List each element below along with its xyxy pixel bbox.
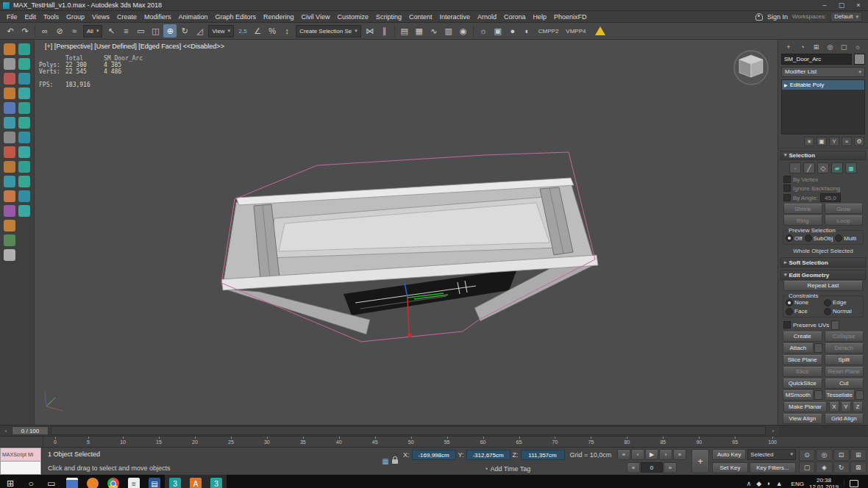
constraint-radio[interactable]: Normal [824, 308, 861, 315]
border-mode-icon[interactable]: ◇ [817, 162, 829, 173]
frame-tick[interactable]: 60 [480, 437, 486, 447]
bind-to-space-warp-icon[interactable]: ≈ [68, 24, 81, 37]
select-and-link-icon[interactable]: ∞ [38, 24, 51, 37]
frame-tick[interactable]: 40 [336, 437, 342, 447]
undo-icon[interactable]: ↶ [4, 24, 17, 37]
model-sm-door-arc[interactable] [221, 178, 598, 334]
sign-in-link[interactable]: Sign In [767, 13, 788, 21]
plugin-tool-icon[interactable] [4, 161, 15, 173]
remove-modifier-icon[interactable]: × [842, 137, 852, 146]
ignore-backfacing-checkbox[interactable] [783, 184, 791, 192]
plugin-tool-icon[interactable] [18, 43, 30, 55]
plugin-tool-icon[interactable] [4, 102, 15, 114]
ribbon-toggle-icon[interactable]: ▦ [413, 24, 426, 37]
plugin-tool-icon[interactable] [18, 102, 30, 114]
frame-tick[interactable]: 85 [660, 437, 666, 447]
element-mode-icon[interactable]: ◼ [845, 162, 857, 173]
frame-tick[interactable]: 35 [300, 437, 306, 447]
zoom-icon[interactable]: ⊙ [799, 449, 815, 461]
edit-geometry-button[interactable]: Cut [825, 378, 864, 389]
preview-selection-radio[interactable]: Multi [835, 234, 856, 242]
edit-geometry-button[interactable]: Attach [783, 343, 814, 354]
select-and-rotate-icon[interactable]: ↻ [178, 24, 191, 37]
plugin-tool-icon[interactable] [18, 176, 30, 187]
menu-item[interactable]: Views [88, 11, 113, 22]
x-coordinate-field[interactable]: -169,998cm [412, 450, 456, 460]
frame-tick[interactable]: 55 [444, 437, 450, 447]
modifier-stack[interactable]: ▶ Editable Poly [781, 79, 865, 134]
show-end-result-icon[interactable]: ▣ [817, 137, 827, 146]
menu-item[interactable]: Customize [333, 11, 372, 22]
workspace-dropdown[interactable]: Default ▾ [830, 12, 862, 22]
mirror-icon[interactable]: ⋈ [363, 24, 377, 37]
rollout-edit-geometry[interactable]: ▾ Edit Geometry [780, 270, 866, 280]
menu-item[interactable]: Create [113, 11, 140, 22]
layer-explorer-icon[interactable]: ▤ [398, 24, 411, 37]
taskbar-notepad-icon[interactable]: ≡ [124, 475, 144, 488]
edit-geometry-button[interactable]: MSmooth [783, 390, 814, 401]
frame-tick[interactable]: 65 [516, 437, 522, 447]
frame-tick[interactable]: 100 [768, 437, 777, 447]
named-selection-set-dropdown[interactable]: Create Selection Se▾ [296, 25, 361, 37]
orbit-icon[interactable]: ↻ [833, 462, 850, 473]
plugin-tool-icon[interactable] [18, 132, 30, 143]
frame-tick[interactable]: 5 [87, 437, 90, 447]
menu-item[interactable]: Scripting [372, 11, 405, 22]
frame-tick[interactable]: 10 [120, 437, 126, 447]
frame-tick[interactable]: 20 [192, 437, 198, 447]
select-and-move-icon[interactable]: ⊕ [163, 24, 177, 37]
tray-network-icon[interactable]: ▲ [776, 480, 783, 487]
key-mode-dropdown[interactable]: Selected ▾ [747, 449, 796, 460]
auto-key-button[interactable]: Auto Key [712, 449, 746, 460]
rollout-soft-selection[interactable]: ▸ Soft Selection [780, 257, 866, 268]
set-key-button[interactable]: Set Key [712, 462, 748, 473]
plugin-tool-icon[interactable] [18, 161, 30, 173]
rectangular-selection-region-icon[interactable]: ▭ [134, 24, 147, 37]
object-color-swatch[interactable] [854, 54, 865, 65]
constraint-radio[interactable]: None [786, 299, 822, 306]
edge-mode-icon[interactable]: ╱ [803, 162, 815, 173]
frame-tick[interactable]: 80 [624, 437, 630, 447]
unlink-selection-icon[interactable]: ⊘ [53, 24, 66, 37]
material-editor-icon[interactable]: ◉ [457, 24, 470, 37]
plugin-tool-icon[interactable] [4, 43, 15, 55]
planar-axis-button[interactable]: X [829, 402, 839, 412]
set-keys-button[interactable]: + [691, 449, 709, 473]
search-icon[interactable]: ○ [21, 475, 41, 488]
plugin-tool-icon[interactable] [4, 205, 15, 217]
taskbar-torch-icon[interactable] [82, 475, 103, 488]
settings-button[interactable] [814, 343, 822, 353]
selection-filter-dropdown[interactable]: All▾ [83, 25, 102, 37]
configure-modifier-sets-icon[interactable]: ⚙ [854, 137, 864, 146]
menu-item[interactable]: Corona [500, 11, 530, 22]
ring-button[interactable]: Ring [783, 215, 822, 226]
menu-item[interactable]: Modifiers [140, 11, 175, 22]
plugin-tool-icon[interactable] [4, 58, 15, 70]
maxscript-mini-listener[interactable]: MAXScript Mi [0, 448, 42, 475]
previous-frame-button[interactable]: ‹ [631, 449, 644, 460]
spinner-snap-icon[interactable]: ↕ [280, 24, 294, 37]
taskbar-autodesk-icon[interactable]: A [185, 475, 206, 488]
current-frame-field[interactable]: 0 [641, 462, 663, 473]
menu-item[interactable]: Tools [40, 11, 63, 22]
plugin-tool-icon[interactable] [4, 190, 15, 202]
menu-item[interactable]: Animation [174, 11, 211, 22]
menu-item[interactable]: Group [63, 11, 88, 22]
plugin-tool-icon[interactable] [4, 220, 15, 232]
repeat-last-button[interactable]: Repeat Last [783, 281, 863, 291]
plugin-tool-icon[interactable] [18, 58, 30, 70]
frame-tick[interactable]: 75 [588, 437, 594, 447]
viewport-canvas[interactable] [35, 40, 778, 425]
zoom-extents-all-icon[interactable]: ⊞ [850, 449, 867, 461]
plugin-tool-icon[interactable] [18, 73, 30, 85]
taskbar-chrome-icon[interactable] [103, 475, 124, 488]
hierarchy-tab-icon[interactable]: ⊞ [811, 42, 822, 51]
plugin-tool-icon[interactable] [4, 132, 15, 143]
settings-button[interactable] [814, 390, 822, 400]
planar-axis-button[interactable]: Z [853, 402, 863, 412]
hidden-icons-caret[interactable]: ∧ [747, 480, 752, 487]
plugin-tool-icon[interactable] [4, 87, 15, 99]
curve-editor-icon[interactable]: ∿ [427, 24, 441, 37]
make-unique-icon[interactable]: Y [829, 137, 839, 146]
time-slider-frame-box[interactable]: 0 / 100 [12, 426, 49, 435]
